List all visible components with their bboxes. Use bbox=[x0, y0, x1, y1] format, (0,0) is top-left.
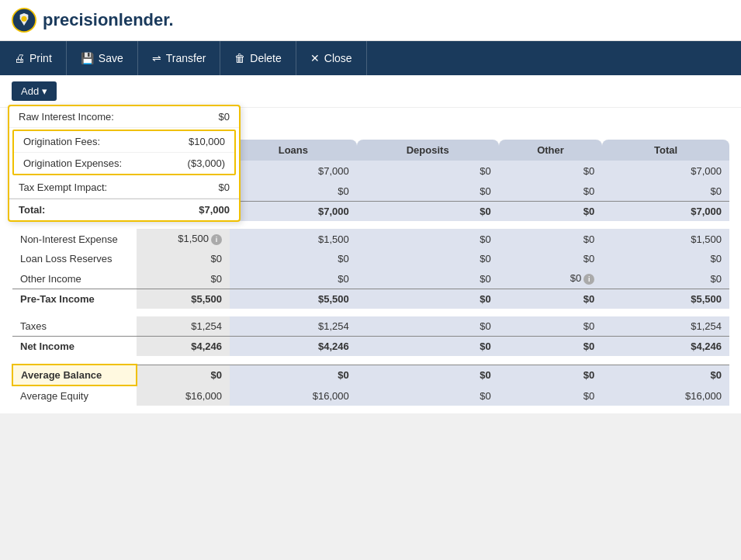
row-other: $0i bbox=[499, 268, 603, 289]
row-label: Taxes bbox=[12, 316, 137, 337]
row-total: $4,246 bbox=[602, 337, 729, 357]
row-loans: $16,000 bbox=[230, 385, 357, 406]
row-loans: $7,000 bbox=[230, 161, 357, 181]
row-deposits: $0 bbox=[357, 365, 499, 385]
row-other: $0 bbox=[499, 181, 603, 202]
row-deposits: $0 bbox=[357, 316, 499, 337]
dropdown-tax-value: $0 bbox=[219, 181, 230, 193]
row-loans: $4,246 bbox=[230, 337, 357, 357]
row-value: $16,000 bbox=[137, 385, 230, 406]
row-other: $0 bbox=[499, 365, 603, 385]
row-total: $0 bbox=[602, 268, 729, 289]
row-label: Net Income bbox=[12, 337, 137, 357]
app-header: precisionlender. bbox=[0, 0, 741, 41]
delete-button[interactable]: 🗑 Delete bbox=[220, 41, 296, 75]
save-label: Save bbox=[99, 52, 123, 64]
row-deposits: $0 bbox=[357, 385, 499, 406]
col-total-header: Total bbox=[602, 140, 729, 161]
dropdown-tax-label: Tax Exempt Impact: bbox=[19, 181, 107, 193]
dropdown-raw-interest: Raw Interest Income: $0 bbox=[9, 106, 239, 128]
row-value: $0 bbox=[137, 268, 230, 289]
info-icon[interactable]: i bbox=[583, 274, 594, 285]
info-icon[interactable]: i bbox=[211, 234, 222, 245]
table-row: Average Equity $16,000 $16,000 $0 $0 $16… bbox=[12, 385, 729, 406]
col-other-header: Other bbox=[499, 140, 603, 161]
row-value: $4,246 bbox=[137, 337, 230, 357]
row-loans: $7,000 bbox=[230, 202, 357, 222]
transfer-button[interactable]: ⇌ Transfer bbox=[138, 41, 221, 75]
table-row: Non-Interest Expense $1,500i $1,500 $0 $… bbox=[12, 229, 729, 249]
row-other: $0 bbox=[499, 289, 603, 309]
spacer-row bbox=[12, 356, 729, 365]
table-row: Pre-Tax Income $5,500 $5,500 $0 $0 $5,50… bbox=[12, 289, 729, 309]
save-icon: 💾 bbox=[81, 52, 94, 64]
row-deposits: $0 bbox=[357, 268, 499, 289]
transfer-icon: ⇌ bbox=[152, 52, 161, 64]
add-chevron-icon: ▾ bbox=[42, 85, 47, 97]
save-button[interactable]: 💾 Save bbox=[67, 41, 138, 75]
logo-text-light: precision bbox=[43, 10, 119, 29]
row-other: $0 bbox=[499, 337, 603, 357]
logo-icon bbox=[12, 8, 36, 33]
row-total: $0 bbox=[602, 249, 729, 268]
row-loans: $0 bbox=[230, 365, 357, 385]
row-loans: $5,500 bbox=[230, 289, 357, 309]
col-deposits-header: Deposits bbox=[357, 140, 499, 161]
row-other: $0 bbox=[499, 161, 603, 181]
row-other: $0 bbox=[499, 249, 603, 268]
dropdown-total: Total: $7,000 bbox=[9, 199, 239, 220]
close-icon: ✕ bbox=[310, 52, 320, 64]
close-label: Close bbox=[324, 52, 352, 64]
row-value: $0 bbox=[137, 365, 230, 385]
row-total: $0 bbox=[602, 181, 729, 202]
row-value: $1,500i bbox=[137, 229, 230, 249]
dropdown-expenses: Origination Expenses: ($3,000) bbox=[14, 153, 234, 174]
row-deposits: $0 bbox=[357, 289, 499, 309]
logo-text: precisionlender. bbox=[43, 10, 174, 30]
row-other: $0 bbox=[499, 202, 603, 222]
col-loans-header: Loans bbox=[230, 140, 357, 161]
row-deposits: $0 bbox=[357, 249, 499, 268]
main-content: Add ▾ Raw Interest Income: $0 Originatio… bbox=[0, 75, 741, 413]
row-label: Non-Interest Expense bbox=[12, 229, 137, 249]
row-loans: $0 bbox=[230, 268, 357, 289]
dropdown-popup: Raw Interest Income: $0 Origination Fees… bbox=[8, 105, 241, 222]
dropdown-raw-label: Raw Interest Income: bbox=[19, 111, 114, 123]
print-button[interactable]: 🖨 Print bbox=[0, 41, 67, 75]
row-deposits: $0 bbox=[357, 229, 499, 249]
row-label: Pre-Tax Income bbox=[12, 289, 137, 309]
row-value: $0 bbox=[137, 249, 230, 268]
row-other: $0 bbox=[499, 385, 603, 406]
add-label: Add bbox=[21, 85, 39, 97]
dropdown-tax-exempt: Tax Exempt Impact: $0 bbox=[9, 177, 239, 199]
dropdown-total-label: Total: bbox=[19, 204, 45, 216]
dropdown-expenses-value: ($3,000) bbox=[188, 157, 225, 169]
dropdown-fees-highlighted: Origination Fees: $10,000 Origination Ex… bbox=[12, 130, 236, 175]
dropdown-raw-value: $0 bbox=[219, 111, 230, 123]
dropdown-expenses-label: Origination Expenses: bbox=[23, 157, 122, 169]
svg-point-1 bbox=[21, 16, 26, 22]
print-label: Print bbox=[29, 52, 52, 64]
spacer-row bbox=[12, 309, 729, 316]
row-total: $1,254 bbox=[602, 316, 729, 337]
row-loans: $1,500 bbox=[230, 229, 357, 249]
row-deposits: $0 bbox=[357, 202, 499, 222]
row-deposits: $0 bbox=[357, 337, 499, 357]
spacer-row bbox=[12, 221, 729, 229]
table-row: Average Balance $0 $0 $0 $0 $0 bbox=[12, 365, 729, 385]
row-label: Average Equity bbox=[12, 385, 137, 406]
dropdown-total-value: $7,000 bbox=[199, 204, 230, 216]
table-row: Other Income $0 $0 $0 $0i $0 bbox=[12, 268, 729, 289]
row-other: $0 bbox=[499, 316, 603, 337]
transfer-label: Transfer bbox=[166, 52, 206, 64]
add-button[interactable]: Add ▾ bbox=[12, 81, 57, 101]
row-total: $7,000 bbox=[602, 161, 729, 181]
row-deposits: $0 bbox=[357, 161, 499, 181]
row-other: $0 bbox=[499, 229, 603, 249]
row-total: $16,000 bbox=[602, 385, 729, 406]
dropdown-fees-value: $10,000 bbox=[189, 136, 225, 147]
row-total: $5,500 bbox=[602, 289, 729, 309]
logo-text-bold: lender. bbox=[119, 10, 174, 29]
dropdown-fees: Origination Fees: $10,000 bbox=[14, 131, 234, 153]
close-button[interactable]: ✕ Close bbox=[296, 41, 367, 75]
